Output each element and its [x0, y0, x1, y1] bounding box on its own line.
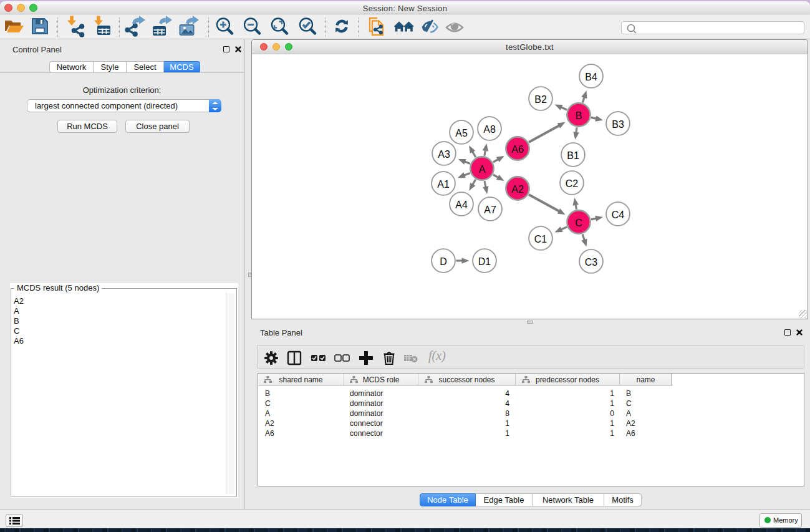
svg-text:A3: A3 [438, 149, 450, 160]
svg-text:C2: C2 [566, 178, 579, 189]
svg-text:A: A [479, 164, 486, 175]
svg-text:B3: B3 [612, 119, 624, 130]
svg-text:B1: B1 [567, 150, 579, 161]
svg-text:A7: A7 [484, 205, 496, 215]
svg-text:B: B [576, 110, 582, 121]
svg-text:D1: D1 [478, 256, 491, 267]
svg-text:D: D [440, 256, 447, 267]
svg-text:A6: A6 [511, 144, 524, 155]
svg-text:A8: A8 [483, 124, 496, 135]
svg-text:A2: A2 [511, 184, 524, 195]
svg-text:A1: A1 [437, 179, 450, 190]
svg-text:C: C [575, 218, 582, 228]
svg-text:B4: B4 [585, 72, 597, 82]
svg-text:B2: B2 [534, 94, 547, 105]
svg-text:C4: C4 [612, 210, 625, 220]
svg-text:C1: C1 [534, 234, 547, 244]
svg-text:A5: A5 [455, 128, 468, 138]
svg-text:C3: C3 [585, 257, 598, 268]
svg-text:A4: A4 [455, 200, 468, 210]
